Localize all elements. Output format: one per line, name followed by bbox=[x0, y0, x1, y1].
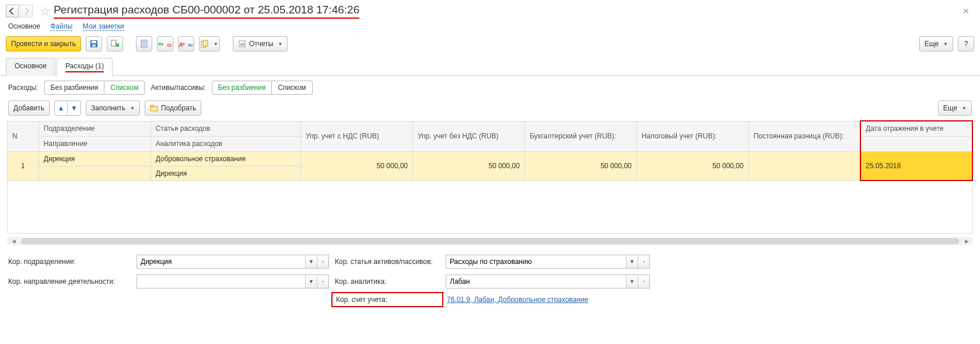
corr-analytics-label: Кор. аналитика: bbox=[335, 277, 440, 286]
chevron-down-icon: ▼ bbox=[278, 41, 282, 47]
tab-main-label: Основное bbox=[15, 62, 47, 70]
reports-label: Отчеты bbox=[249, 40, 273, 48]
open-icon[interactable]: ▫ bbox=[317, 255, 328, 268]
chevron-down-icon[interactable]: ▼ bbox=[305, 255, 317, 268]
save-button[interactable] bbox=[86, 36, 102, 51]
chevron-down-icon: ▼ bbox=[214, 41, 218, 47]
corr-article-combo[interactable]: ▼ ▫ bbox=[446, 255, 650, 269]
col-acct[interactable]: Бухгалтерский учет (RUB): bbox=[524, 121, 636, 151]
subnav-notes[interactable]: Мои заметки bbox=[83, 22, 124, 31]
svg-rect-1 bbox=[92, 41, 96, 43]
cell-tax[interactable]: 50 000,00 bbox=[636, 151, 748, 180]
col-analytics[interactable]: Аналитика расходов bbox=[150, 136, 300, 151]
expenses-table[interactable]: N Подразделение Статья расходов Упр. уче… bbox=[7, 120, 973, 181]
tab-main[interactable]: Основное bbox=[6, 58, 55, 76]
open-icon[interactable]: ▫ bbox=[317, 275, 328, 288]
assets-seg-label: Активы/пассивы: bbox=[150, 84, 205, 92]
move-updown-buttons: ▲ ▼ bbox=[54, 100, 81, 116]
chevron-down-icon[interactable]: ▼ bbox=[305, 275, 317, 288]
table-row[interactable]: 1 Дирекция Добровольное страхование 50 0… bbox=[8, 151, 973, 180]
corr-analytics-combo[interactable]: ▼ ▫ bbox=[446, 274, 650, 289]
expenses-list-button[interactable]: Списком bbox=[104, 81, 145, 95]
nav-forward-button[interactable] bbox=[20, 5, 33, 18]
close-icon[interactable]: ✕ bbox=[958, 6, 974, 16]
chevron-down-icon[interactable]: ▼ bbox=[626, 255, 638, 268]
svg-rect-9 bbox=[203, 40, 208, 46]
svg-rect-12 bbox=[242, 43, 243, 46]
reports-button[interactable]: Отчеты ▼ bbox=[233, 36, 288, 51]
pick-label: Подобрать bbox=[161, 104, 196, 112]
cell-article[interactable]: Добровольное страхование bbox=[150, 151, 300, 166]
dtkt-dr-button[interactable]: DrCr bbox=[157, 36, 173, 51]
favorite-star-icon[interactable]: ☆ bbox=[40, 5, 50, 17]
help-button[interactable]: ? bbox=[958, 36, 974, 51]
expenses-nosplit-button[interactable]: Без разбиения bbox=[44, 81, 105, 95]
open-icon[interactable]: ▫ bbox=[638, 255, 649, 268]
scrollbar-thumb[interactable] bbox=[21, 238, 959, 244]
more-button-2[interactable]: Еще ▼ bbox=[938, 100, 972, 116]
col-mgmt-vat[interactable]: Упр. учет с НДС (RUB) bbox=[301, 121, 413, 151]
fill-label: Заполнить bbox=[91, 104, 125, 112]
svg-rect-3 bbox=[111, 40, 116, 46]
col-date-2 bbox=[860, 136, 972, 151]
col-mgmt-novat[interactable]: Упр. учет без НДС (RUB) bbox=[413, 121, 525, 151]
col-n[interactable]: N bbox=[8, 121, 39, 151]
col-perm-diff[interactable]: Постоянная разница (RUB): bbox=[748, 121, 860, 151]
cell-n: 1 bbox=[8, 151, 39, 180]
page-title: Регистрация расходов СБ00-000002 от 25.0… bbox=[54, 4, 359, 19]
scroll-left-icon[interactable]: ◀ bbox=[8, 237, 19, 245]
corr-article-label: Кор. статья активов/пассивов: bbox=[335, 258, 440, 266]
more-label-2: Еще bbox=[943, 104, 957, 112]
cell-mgmt-vat[interactable]: 50 000,00 bbox=[301, 151, 413, 180]
move-up-button[interactable]: ▲ bbox=[55, 101, 68, 115]
cell-acct[interactable]: 50 000,00 bbox=[524, 151, 636, 180]
subnav-main[interactable]: Основное bbox=[8, 22, 40, 30]
cell-direction[interactable] bbox=[38, 166, 150, 180]
col-article[interactable]: Статья расходов bbox=[150, 121, 300, 136]
cell-mgmt-novat[interactable]: 50 000,00 bbox=[413, 151, 525, 180]
post-and-close-button[interactable]: Провести и закрыть bbox=[6, 36, 81, 51]
svg-rect-13 bbox=[243, 43, 244, 46]
corr-account-link[interactable]: 76.01.9, Лабан, Добровольное страхование bbox=[447, 296, 651, 304]
pick-button[interactable]: Подобрать bbox=[145, 100, 201, 116]
subnav-files[interactable]: Файлы bbox=[50, 22, 72, 31]
corr-dir-input[interactable] bbox=[137, 275, 305, 288]
move-down-button[interactable]: ▼ bbox=[68, 101, 80, 115]
cell-dept[interactable]: Дирекция bbox=[38, 151, 150, 166]
add-button[interactable]: Добавить bbox=[8, 100, 50, 116]
col-date[interactable]: Дата отражения в учете bbox=[860, 121, 972, 136]
post-button[interactable] bbox=[107, 36, 123, 51]
structure-button[interactable] bbox=[136, 36, 152, 51]
more-button[interactable]: Еще ▼ bbox=[919, 36, 953, 51]
corr-dept-input[interactable] bbox=[137, 255, 305, 268]
tab-expenses[interactable]: Расходы (1) bbox=[57, 58, 113, 76]
corr-article-input[interactable] bbox=[446, 255, 626, 268]
dtkt-button[interactable]: ДтКт bbox=[178, 36, 194, 51]
corr-dept-combo[interactable]: ▼ ▫ bbox=[136, 255, 329, 269]
expenses-seg-label: Расходы: bbox=[8, 84, 38, 92]
chevron-down-icon: ▼ bbox=[130, 106, 135, 111]
nav-back-button[interactable] bbox=[6, 5, 19, 18]
fill-button[interactable]: Заполнить ▼ bbox=[86, 100, 140, 116]
svg-rect-15 bbox=[150, 105, 153, 107]
corr-dir-combo[interactable]: ▼ ▫ bbox=[136, 274, 329, 289]
col-dept[interactable]: Подразделение bbox=[38, 121, 150, 136]
cell-date[interactable]: 25.05.2018 bbox=[860, 151, 972, 180]
col-direction[interactable]: Направление bbox=[38, 136, 150, 151]
assets-nosplit-button[interactable]: Без разбиения bbox=[212, 81, 272, 95]
cell-perm-diff[interactable] bbox=[748, 151, 860, 180]
horizontal-scrollbar[interactable]: ◀ ▶ bbox=[7, 237, 973, 245]
tab-expenses-label: Расходы (1) bbox=[65, 62, 104, 70]
corr-analytics-input[interactable] bbox=[446, 275, 626, 288]
assets-list-button[interactable]: Списком bbox=[272, 81, 312, 95]
open-icon[interactable]: ▫ bbox=[638, 275, 649, 288]
chevron-down-icon[interactable]: ▼ bbox=[626, 275, 638, 288]
scroll-right-icon[interactable]: ▶ bbox=[961, 237, 972, 245]
corr-dept-label: Кор. подразделение: bbox=[8, 258, 131, 266]
corr-account-label: Кор. счет учета: bbox=[336, 296, 441, 304]
chevron-down-icon: ▼ bbox=[962, 106, 967, 111]
cell-analytics[interactable]: Дирекция bbox=[150, 166, 300, 180]
create-based-on-button[interactable]: ▼ bbox=[199, 36, 220, 51]
chevron-down-icon: ▼ bbox=[943, 41, 948, 47]
col-tax[interactable]: Налоговый учет (RUB): bbox=[636, 121, 748, 151]
